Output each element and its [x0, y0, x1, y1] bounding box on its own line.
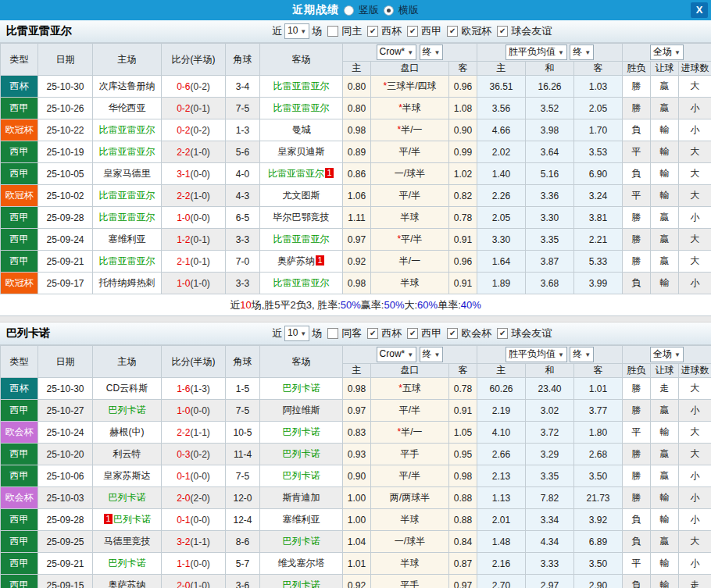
same-venue-checkbox[interactable] — [327, 328, 338, 339]
away-odds-cell: 1.02 — [449, 163, 477, 185]
match-type-cell: 西甲 — [1, 465, 38, 487]
result-goals-cell: 大 — [679, 163, 711, 185]
away-team-cell: 曼城 — [260, 119, 343, 141]
subcolumn-header: 主 — [477, 364, 526, 378]
halftime-score: (0-0) — [191, 169, 210, 180]
home-odds-cell: 0.86 — [343, 163, 371, 185]
halftime-score: (0-0) — [191, 558, 210, 569]
same-venue-label: 同主 — [341, 24, 362, 38]
halftime-score: (0-0) — [191, 405, 210, 416]
avg-home-cell: 1.40 — [477, 163, 526, 185]
avg-state-select[interactable]: 终 — [570, 347, 594, 362]
handicap-text: 平手 — [401, 448, 420, 459]
halftime-score: (0-1) — [191, 256, 210, 267]
match-date-cell: 25-09-28 — [38, 509, 93, 531]
horizontal-layout-label[interactable]: 横版 — [398, 3, 419, 17]
avg-home-cell: 2.70 — [477, 575, 526, 588]
team-name-text: 比雷亚雷亚尔 — [268, 168, 324, 179]
handicap-cell: 平手 — [371, 575, 449, 588]
match-row: 欧冠杯25-10-22比雷亚雷亚尔0-2(0-2)1-3曼城0.98*半/一0.… — [1, 119, 711, 141]
home-team-cell: 巴列卡诺 — [93, 487, 162, 509]
match-row: 西甲25-09-21巴列卡诺1-1(0-0)5-7维戈塞尔塔1.01半球0.87… — [1, 553, 711, 575]
sections-container: 比雷亚雷亚尔近10场同主西杯西甲欧冠杯球会友谊类型日期主场比分(半场)角球客场C… — [0, 20, 711, 588]
home-team-cell: 比雷亚雷亚尔 — [93, 119, 162, 141]
fulltime-score: 1-1 — [177, 558, 190, 569]
match-type-cell: 欧冠杯 — [1, 273, 38, 294]
same-venue-checkbox[interactable] — [327, 26, 338, 37]
corner-cell: 5-6 — [226, 141, 260, 163]
summary-segment: 近 — [230, 298, 240, 312]
competition-checkbox[interactable] — [447, 26, 458, 37]
corner-cell: 6-5 — [226, 207, 260, 229]
competition-label: 球会友谊 — [511, 326, 552, 340]
competition-checkbox[interactable] — [367, 26, 378, 37]
away-team-cell: 皇家贝迪斯 — [260, 141, 343, 163]
result-goals-cell: 小 — [679, 553, 711, 575]
vertical-layout-radio[interactable] — [344, 5, 354, 16]
score-cell: 3-2(1-1) — [162, 531, 226, 553]
red-card-badge: 1 — [316, 255, 324, 265]
halftime-score: (0-2) — [191, 81, 210, 92]
result-handicap-cell: 走 — [651, 378, 679, 400]
handicap-cell: *半球 — [371, 98, 449, 119]
competition-checkbox[interactable] — [497, 328, 508, 339]
summary-segment: 单率: — [438, 298, 461, 312]
scope-select[interactable]: 全场 — [650, 347, 684, 362]
handicap-text: 平/半 — [399, 470, 420, 481]
horizontal-layout-radio[interactable] — [384, 5, 394, 16]
vertical-layout-label[interactable]: 竖版 — [359, 3, 379, 17]
avg-home-cell: 2.19 — [477, 400, 526, 422]
match-count-select[interactable]: 10 — [284, 23, 309, 39]
team-name-text: 尤文图斯 — [283, 190, 320, 201]
competition-checkbox[interactable] — [407, 328, 418, 339]
match-count-select[interactable]: 10 — [284, 326, 309, 341]
avg-away-cell: 3.99 — [574, 273, 623, 294]
avg-odds-group: 胜平负均值 终 — [477, 346, 623, 364]
corner-cell: 3-3 — [226, 229, 260, 251]
close-button[interactable]: X — [691, 2, 708, 18]
competition-checkbox[interactable] — [407, 26, 418, 37]
match-date-cell: 25-10-06 — [38, 465, 93, 487]
bookmaker-select[interactable]: Crow* — [377, 347, 417, 362]
avg-away-cell: 3.92 — [574, 509, 623, 531]
match-row: 西甲25-10-27巴列卡诺1-0(0-0)7-5阿拉维斯0.97平/半0.91… — [1, 400, 711, 422]
competition-checkbox[interactable] — [447, 328, 458, 339]
competition-checkbox[interactable] — [497, 26, 508, 37]
team-name-text: 比雷亚雷亚尔 — [99, 255, 155, 266]
scope-select[interactable]: 全场 — [650, 45, 684, 60]
team-name-text: 次库达鲁册纳 — [99, 80, 155, 91]
subcolumn-header: 客 — [449, 364, 477, 378]
avg-draw-cell: 4.34 — [526, 531, 574, 553]
avg-away-cell: 21.73 — [574, 487, 623, 509]
competition-checkbox[interactable] — [367, 328, 378, 339]
home-odds-cell: 0.98 — [343, 273, 371, 294]
corner-cell: 7-5 — [226, 400, 260, 422]
home-odds-cell: 0.80 — [343, 76, 371, 98]
match-row: 西甲25-10-26华伦西亚0-2(0-1)7-5比雷亚雷亚尔0.80*半球1.… — [1, 98, 711, 119]
odds-state-select[interactable]: 终 — [420, 45, 444, 60]
team-name-text: 塞维利亚 — [109, 233, 146, 244]
home-team-cell: 赫根(中) — [93, 422, 162, 444]
corner-cell: 1-3 — [226, 119, 260, 141]
result-handicap-cell: 輸 — [651, 553, 679, 575]
subcolumn-header: 进球数 — [679, 364, 711, 378]
match-type-cell: 欧会杯 — [1, 487, 38, 509]
avg-select[interactable]: 胜平负均值 — [506, 45, 567, 60]
avg-home-cell: 1.64 — [477, 251, 526, 273]
halftime-score: (0-1) — [191, 103, 210, 114]
bookmaker-select[interactable]: Crow* — [377, 45, 417, 60]
avg-draw-cell: 3.36 — [526, 185, 574, 207]
avg-state-select[interactable]: 终 — [570, 45, 594, 60]
home-team-cell: CD云科斯 — [93, 378, 162, 400]
score-cell: 2-2(1-0) — [162, 185, 226, 207]
handicap-text: 半/一 — [401, 124, 422, 135]
handicap-cell: 平/半 — [371, 141, 449, 163]
handicap-text: 半球 — [401, 514, 420, 525]
avg-select[interactable]: 胜平负均值 — [506, 347, 567, 362]
odds-state-select[interactable]: 终 — [420, 347, 444, 362]
team-name-text: 巴列卡诺 — [283, 579, 320, 588]
team-name: 巴列卡诺 — [6, 326, 50, 340]
column-header: 类型 — [1, 44, 38, 76]
avg-draw-cell: 3.68 — [526, 273, 574, 294]
fulltime-score: 1-0 — [177, 278, 190, 289]
